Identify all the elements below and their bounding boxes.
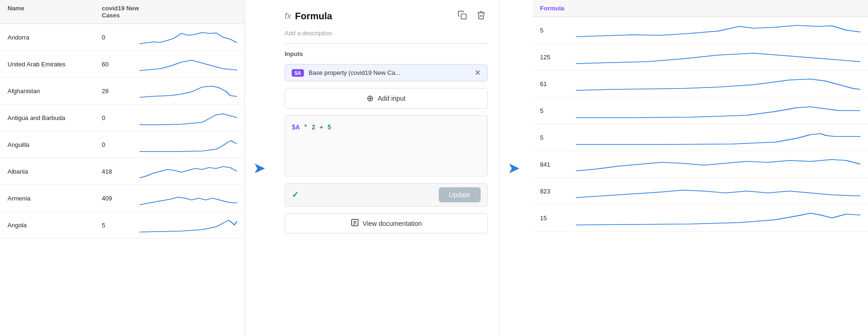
left-data-table: Name covid19 New Cases Andorra 0 United … [0,0,245,336]
formula-title-row: fx Formula [285,11,332,22]
formula-num2: 5 [328,124,331,131]
valid-icon: ✓ [292,190,299,200]
mini-chart-albania [139,163,237,180]
formula-editor[interactable]: $A * 2 + 5 [285,115,488,176]
table-row: Antigua and Barbuda 0 [0,104,245,131]
arrow-right: ➤ [500,0,528,336]
right-chart-0 [576,22,860,39]
editor-footer: ✓ Update [285,183,488,207]
mini-chart-antigua [139,109,237,126]
right-table-row: 125 [532,44,868,71]
arrow-left: ➤ [245,0,273,336]
formula-description[interactable]: Add a description [285,30,488,37]
formula-var: $A [292,124,300,131]
input-tag: $A Base property (covid19 New Ca... ✕ [285,64,488,81]
right-table-header: Formula [532,0,868,17]
divider [285,43,488,44]
right-table-row: 15 [532,205,868,232]
fx-icon: fx [285,11,291,21]
formula-title: Formula [295,11,332,22]
right-table-row: 5 [532,97,868,124]
formula-num1: 2 [311,124,315,131]
col-header-value: covid19 New Cases [102,5,139,19]
tag-badge: $A [292,69,304,77]
add-input-label: Add input [377,95,405,102]
right-chart-6 [576,183,860,200]
formula-header: fx Formula [285,9,488,23]
mini-chart-armenia [139,190,237,207]
formula-action-icons [456,9,488,23]
right-chart-3 [576,102,860,119]
right-table-row: 5 [532,17,868,44]
formula-op2: + [319,124,328,131]
table-row: United Arab Emirates 60 [0,51,245,78]
copy-button[interactable] [456,9,469,23]
col-header-name: Name [8,5,102,19]
mini-chart-angola [139,216,237,233]
table-row: Albania 418 [0,158,245,185]
right-chart-7 [576,209,860,226]
right-chart-5 [576,156,860,173]
right-chart-4 [576,129,860,146]
add-input-button[interactable]: ⊕ Add input [285,88,488,109]
right-table-row: 5 [532,124,868,151]
update-button[interactable]: Update [439,187,481,202]
mini-chart-andorra [139,29,237,46]
inputs-label: Inputs [285,50,488,57]
mini-chart-afghanistan [139,82,237,99]
table-row: Afghanistan 28 [0,78,245,104]
table-header: Name covid19 New Cases [0,0,245,24]
table-row: Anguilla 0 [0,131,245,158]
right-table-row: 841 [532,151,868,178]
svg-rect-0 [461,14,467,19]
right-chart-2 [576,75,860,92]
formula-panel: fx Formula Add a description Inputs [273,0,500,336]
col-header-chart [139,5,237,19]
right-table-row: 823 [532,178,868,205]
table-row: Andorra 0 [0,24,245,51]
table-row: Armenia 409 [0,185,245,212]
view-docs-label: View documentation [363,220,422,227]
table-row: Angola 5 [0,212,245,239]
mini-chart-uae [139,56,237,72]
add-input-icon: ⊕ [367,93,374,104]
delete-button[interactable] [475,9,488,23]
right-table-row: 61 [532,71,868,97]
view-docs-button[interactable]: View documentation [285,213,488,233]
right-data-table: Formula 5 125 61 5 [528,0,868,336]
docs-icon [351,218,359,228]
remove-input-button[interactable]: ✕ [475,68,481,77]
mini-chart-anguilla [139,136,237,153]
formula-op1: * [303,124,311,131]
tag-text: Base property (covid19 New Ca... [309,69,470,76]
right-chart-1 [576,48,860,65]
